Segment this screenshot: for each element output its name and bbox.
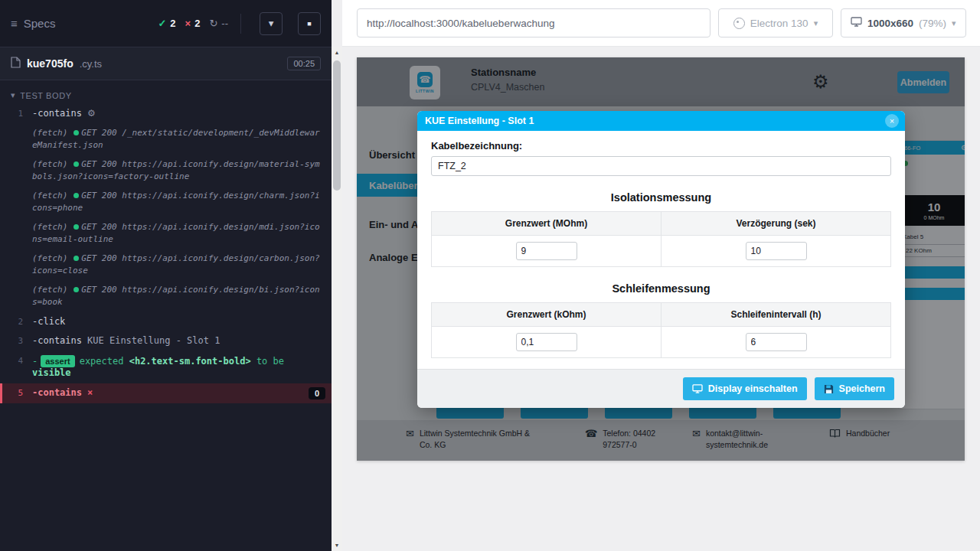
- status-dot-icon: [74, 256, 79, 261]
- isolation-delay-input[interactable]: [746, 242, 807, 260]
- fetch-log-row[interactable]: (fetch)GET 200 https://api.iconify.desig…: [0, 187, 332, 218]
- fetch-log-row[interactable]: (fetch)GET 200 https://api.iconify.desig…: [0, 249, 332, 281]
- specs-toggle[interactable]: ≡ Specs: [11, 17, 55, 30]
- command-contains-1[interactable]: 1 -contains ⚙: [0, 104, 332, 124]
- test-body-section[interactable]: ▾ TEST BODY: [0, 80, 332, 104]
- command-label: -contains: [32, 335, 82, 347]
- screen: ≡ Specs ✓ 2 × 2 ↻ -- ▾: [0, 0, 980, 551]
- aut-area: Electron 130 ▾ 1000x660 (79%) ▾ ☎ LITTWI…: [342, 0, 980, 551]
- reporter-scrollbar[interactable]: ▲ ▼: [332, 47, 342, 551]
- isolation-limit-input[interactable]: [516, 242, 577, 260]
- stop-icon: ■: [307, 20, 311, 28]
- command-click[interactable]: 2 -click: [0, 312, 332, 332]
- caret-down-icon: ▾: [11, 90, 15, 100]
- loop-interval-input[interactable]: [746, 333, 807, 351]
- specs-menu-icon: ≡: [11, 17, 18, 30]
- fetch-status: GET 200: [81, 191, 116, 201]
- close-icon[interactable]: ×: [885, 114, 899, 128]
- viewport-selector[interactable]: 1000x660 (79%) ▾: [841, 8, 966, 37]
- assert-text-bold: visible: [32, 367, 71, 378]
- command-label: -contains: [32, 108, 82, 120]
- element-count-badge: 0: [309, 387, 325, 399]
- test-body-label: TEST BODY: [20, 91, 72, 100]
- command-contains-failed[interactable]: 5 -contains × 0: [0, 383, 332, 403]
- isolation-table: Grenzwert (MOhm) Verzögerung (sek): [431, 211, 891, 267]
- chevron-down-icon: ▾: [814, 18, 818, 28]
- modal-body: Kabelbezeichnung: Isolationsmessung Gren…: [417, 131, 905, 358]
- reporter-header: ≡ Specs ✓ 2 × 2 ↻ -- ▾: [0, 0, 332, 47]
- fetch-tag: (fetch): [32, 222, 67, 232]
- stat-passed: ✓ 2: [158, 18, 175, 29]
- fetch-status: GET 200: [81, 128, 116, 138]
- command-number: 3: [0, 335, 32, 347]
- pending-count: --: [221, 18, 228, 29]
- stat-failed: × 2: [185, 18, 201, 29]
- fetch-log-row[interactable]: (fetch)GET 200 https://api.iconify.desig…: [0, 218, 332, 249]
- command-argument: KUE Einstellung - Slot 1: [87, 335, 220, 347]
- display-on-button[interactable]: Display einschalten: [683, 377, 807, 400]
- scrollbar-thumb[interactable]: [333, 60, 341, 191]
- url-input[interactable]: [357, 8, 710, 37]
- divider: [240, 14, 241, 34]
- loop-col-interval: Schleifenintervall (h): [662, 303, 891, 327]
- stop-run-button[interactable]: ■: [298, 12, 321, 35]
- floppy-disk-icon: [824, 384, 834, 394]
- isolation-heading: Isolationsmessung: [431, 191, 891, 204]
- fetch-tag: (fetch): [32, 128, 67, 138]
- viewport-size: 1000x660: [867, 18, 913, 29]
- display-on-label: Display einschalten: [708, 383, 798, 394]
- test-stats: ✓ 2 × 2 ↻ -- ▾ ■: [158, 12, 321, 35]
- assert-badge: assert: [41, 355, 74, 367]
- modal-title: KUE Einstellung - Slot 1: [425, 116, 534, 126]
- specs-label: Specs: [24, 17, 56, 30]
- assert-selector: <h2.text-sm.font-bold>: [129, 356, 251, 367]
- fetch-log-row[interactable]: (fetch)GET 200 /_next/static/development…: [0, 124, 332, 155]
- spec-file-row[interactable]: kue705fo .cy.ts 00:25: [0, 47, 332, 80]
- assert-text: expected: [80, 356, 124, 367]
- scroll-down-icon[interactable]: ▼: [332, 540, 342, 551]
- check-icon: ✓: [158, 18, 166, 29]
- fetch-log-row[interactable]: (fetch)GET 200 https://api.iconify.desig…: [0, 281, 332, 312]
- fetch-status: GET 200: [81, 253, 116, 263]
- status-dot-icon: [74, 130, 79, 135]
- passed-count: 2: [170, 18, 175, 29]
- cross-icon: ×: [185, 18, 191, 29]
- cable-designation-label: Kabelbezeichnung:: [431, 140, 891, 152]
- isolation-col-delay: Verzögerung (sek): [662, 212, 891, 236]
- kue-settings-modal: KUE Einstellung - Slot 1 × Kabelbezeichn…: [417, 111, 905, 408]
- collapse-all-button[interactable]: ▾: [260, 12, 283, 35]
- command-number: 5: [2, 387, 32, 399]
- save-button[interactable]: Speichern: [815, 377, 894, 400]
- spec-extension: .cy.ts: [80, 58, 102, 70]
- assert-text: to be: [256, 356, 284, 367]
- command-contains-2[interactable]: 3 -contains KUE Einstellung - Slot 1: [0, 331, 332, 351]
- command-number: 2: [0, 316, 32, 328]
- command-number: 1: [0, 108, 32, 119]
- save-label: Speichern: [839, 383, 885, 394]
- status-dot-icon: [74, 161, 79, 167]
- command-label: -contains: [32, 387, 82, 399]
- loop-table: Grenzwert (kOhm) Schleifenintervall (h): [431, 302, 891, 358]
- document-icon: [11, 57, 21, 71]
- scroll-up-icon[interactable]: ▲: [332, 47, 342, 58]
- fetch-log-row[interactable]: (fetch)GET 200 https://api.iconify.desig…: [0, 155, 332, 187]
- electron-icon: [733, 18, 745, 29]
- cypress-reporter: ≡ Specs ✓ 2 × 2 ↻ -- ▾: [0, 0, 332, 551]
- modal-footer: Display einschalten Speichern: [417, 369, 905, 408]
- browser-selector[interactable]: Electron 130 ▾: [718, 8, 833, 37]
- fetch-status: GET 200: [81, 285, 116, 295]
- loop-limit-input[interactable]: [516, 333, 577, 351]
- fetch-tag: (fetch): [32, 253, 67, 263]
- loop-heading: Schleifenmessung: [431, 282, 891, 295]
- modal-titlebar: KUE Einstellung - Slot 1 ×: [417, 111, 905, 131]
- refresh-icon: ↻: [209, 18, 217, 29]
- cable-designation-input[interactable]: [431, 156, 891, 176]
- monitor-icon: [692, 384, 703, 393]
- loop-col-limit: Grenzwert (kOhm): [432, 303, 662, 327]
- command-assert[interactable]: 4 -assertexpected <h2.text-sm.font-bold>…: [0, 351, 332, 383]
- loop-interval-cell: [662, 327, 891, 358]
- isolation-delay-cell: [662, 236, 891, 267]
- failed-count: 2: [194, 18, 200, 29]
- app-viewport: ☎ LITTWIN Stationsname CPLV4_Maschen ⚙ A…: [357, 57, 965, 461]
- isolation-limit-cell: [432, 236, 662, 267]
